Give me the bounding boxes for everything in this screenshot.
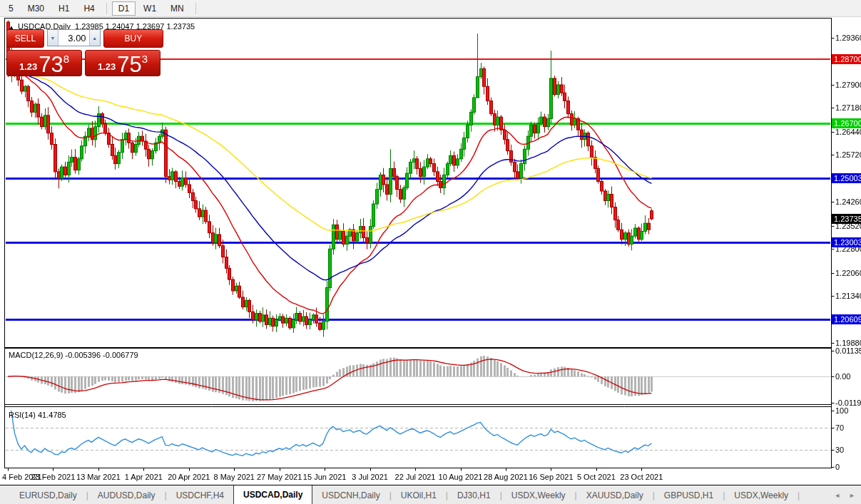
- date-axis-label: 28 Aug 2021: [484, 473, 528, 481]
- price-level-badge: 1.25003: [832, 173, 861, 183]
- chart-tab-gbpusd-h1[interactable]: GBPUSD,H1: [655, 485, 723, 504]
- lot-size-input[interactable]: 3.00: [58, 30, 89, 46]
- timeframe-button-m30[interactable]: M30: [21, 1, 51, 16]
- macd-tick-label: 0.00: [835, 372, 850, 381]
- rsi-tick-label: 0: [835, 463, 840, 471]
- sell-price-big: 73: [39, 56, 63, 74]
- chart-tab-usdcnh-daily[interactable]: USDCNH,Daily: [312, 485, 389, 504]
- date-axis-label: 23 Feb 2021: [31, 473, 76, 481]
- chart-tab-usdx-weekly[interactable]: USDX,Weekly: [502, 485, 575, 504]
- buy-price-display[interactable]: 1.23 75 3: [85, 50, 161, 76]
- price-tick-label: 1.24260: [835, 197, 861, 206]
- date-axis-label: 23 Oct 2021: [620, 473, 663, 481]
- macd-indicator-label: MACD(12,26,9) -0.005396 -0.006779: [9, 351, 138, 359]
- price-level-badge: 1.26700: [832, 118, 861, 128]
- price-tick-label: 1.19880: [835, 339, 861, 347]
- price-level-badge: 1.23003: [832, 237, 861, 247]
- chart-tab-audusd-daily[interactable]: AUDUSD,Daily: [88, 485, 165, 504]
- timeframe-button-mn[interactable]: MN: [164, 1, 190, 16]
- date-axis-label: 20 Apr 2021: [168, 473, 210, 481]
- chart-tab-usdcad-daily[interactable]: USDCAD,Daily: [233, 485, 312, 504]
- rsi-indicator-label: RSI(14) 41.4785: [9, 411, 66, 419]
- date-axis-label: 22 Jul 2021: [395, 473, 436, 481]
- sell-button[interactable]: SELL: [6, 29, 44, 48]
- toolbar-separator: [106, 3, 107, 14]
- chart-tabs: EURUSD,Daily|AUDUSD,Daily|USDCHF,H4USDCA…: [0, 485, 800, 504]
- one-click-trade-panel: SELL ▼ 3.00 ▲ BUY 1.23 73 8 1.23 75 3: [6, 29, 163, 76]
- tab-separator: |: [798, 485, 800, 504]
- tab-scroll-right-icon[interactable]: ►: [849, 492, 855, 499]
- chart-tab-xauusd-daily[interactable]: XAUUSD,Daily: [577, 485, 653, 504]
- timeframe-button-h4[interactable]: H4: [77, 1, 101, 16]
- date-axis-label: 10 Aug 2021: [439, 473, 483, 481]
- price-tick-label: 1.21340: [835, 292, 861, 300]
- chart-tab-ukoil-h1[interactable]: UKOil,H1: [392, 485, 446, 504]
- buy-price-superscript: 3: [142, 53, 148, 65]
- price-level-badge: 1.23735: [832, 214, 861, 224]
- lot-size-spinner: ▼ 3.00 ▲: [47, 29, 101, 46]
- date-axis-label: 5 Oct 2021: [577, 473, 616, 481]
- price-tick-label: 1.29360: [835, 34, 861, 42]
- price-tick-label: 1.27180: [835, 103, 861, 112]
- date-axis-label: 8 May 2021: [214, 473, 255, 481]
- rsi-tick-label: 30: [835, 446, 844, 454]
- date-axis-label: 16 Sep 2021: [529, 473, 573, 481]
- rsi-tick-label: 100: [835, 406, 848, 415]
- mt4-window: 5M30H1H4D1W1MN ▲USDCAD,Daily 1.23985 1.2…: [0, 0, 861, 504]
- price-level-badge: 1.28700: [832, 54, 861, 64]
- lot-decrease-button[interactable]: ▼: [48, 30, 58, 46]
- price-tick-label: 1.22060: [835, 269, 861, 277]
- timeframe-button-w1[interactable]: W1: [137, 1, 163, 16]
- toolbar-separator: [195, 3, 196, 14]
- macd-tick-label: 0.01135: [835, 346, 861, 355]
- rsi-tick-label: 70: [835, 423, 844, 432]
- date-axis-label: 3 Jul 2021: [352, 473, 388, 481]
- timeframe-toolbar: 5M30H1H4D1W1MN: [0, 0, 861, 17]
- chart-tab-usdx-weekly[interactable]: USDX,Weekly: [725, 485, 798, 504]
- buy-price-prefix: 1.23: [98, 61, 116, 72]
- lot-increase-button[interactable]: ▲: [89, 30, 100, 46]
- tab-scroll-left-icon[interactable]: ◄: [834, 492, 840, 499]
- price-tick-label: 1.27900: [835, 81, 861, 89]
- sell-price-display[interactable]: 1.23 73 8: [6, 50, 82, 76]
- price-tick-label: 1.25720: [835, 150, 861, 159]
- timeframe-button-h1[interactable]: H1: [52, 1, 76, 16]
- buy-button[interactable]: BUY: [103, 29, 163, 48]
- date-axis-label: 15 Jun 2021: [303, 473, 347, 481]
- timeframe-button-5[interactable]: 5: [2, 1, 20, 16]
- price-level-badge: 1.20609: [832, 314, 861, 324]
- date-axis-label: 13 Mar 2021: [76, 473, 121, 481]
- chart-tab-bar: EURUSD,Daily|AUDUSD,Daily|USDCHF,H4USDCA…: [0, 485, 861, 504]
- buy-price-big: 75: [117, 56, 141, 74]
- chart-tab-eurusd-daily[interactable]: EURUSD,Daily: [10, 485, 86, 504]
- timeframe-button-d1[interactable]: D1: [112, 1, 136, 16]
- date-axis-label: 1 Apr 2021: [125, 473, 163, 481]
- chart-tab-usdchf-h4[interactable]: USDCHF,H4: [167, 485, 233, 504]
- price-tick-label: 1.26440: [835, 128, 861, 136]
- sell-price-prefix: 1.23: [19, 61, 37, 72]
- sell-price-superscript: 8: [63, 53, 69, 65]
- date-axis-label: 27 May 2021: [257, 473, 302, 481]
- tab-scroll-controls: ◄ ►: [834, 485, 861, 504]
- chart-tab-dj30-h1[interactable]: DJ30,H1: [448, 485, 500, 504]
